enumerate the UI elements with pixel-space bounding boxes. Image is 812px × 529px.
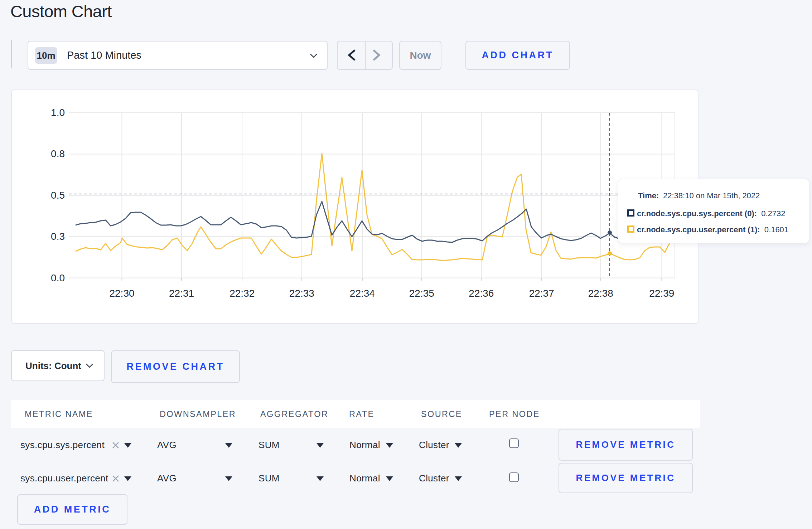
svg-text:1.0: 1.0 <box>51 107 65 118</box>
svg-text:0.5: 0.5 <box>51 190 65 201</box>
svg-text:22:38: 22:38 <box>588 288 613 299</box>
svg-text:22:32: 22:32 <box>229 288 255 299</box>
svg-text:22:35: 22:35 <box>409 288 434 299</box>
svg-text:0.3: 0.3 <box>51 231 65 242</box>
svg-text:22:36: 22:36 <box>469 288 494 299</box>
svg-text:22:31: 22:31 <box>169 288 194 299</box>
svg-text:22:34: 22:34 <box>350 288 375 299</box>
svg-text:22:30: 22:30 <box>109 288 134 299</box>
svg-text:0.0: 0.0 <box>51 272 65 283</box>
svg-text:22:33: 22:33 <box>289 288 314 299</box>
svg-text:22:37: 22:37 <box>529 288 554 299</box>
svg-text:0.8: 0.8 <box>51 148 65 159</box>
svg-text:22:39: 22:39 <box>649 288 674 299</box>
